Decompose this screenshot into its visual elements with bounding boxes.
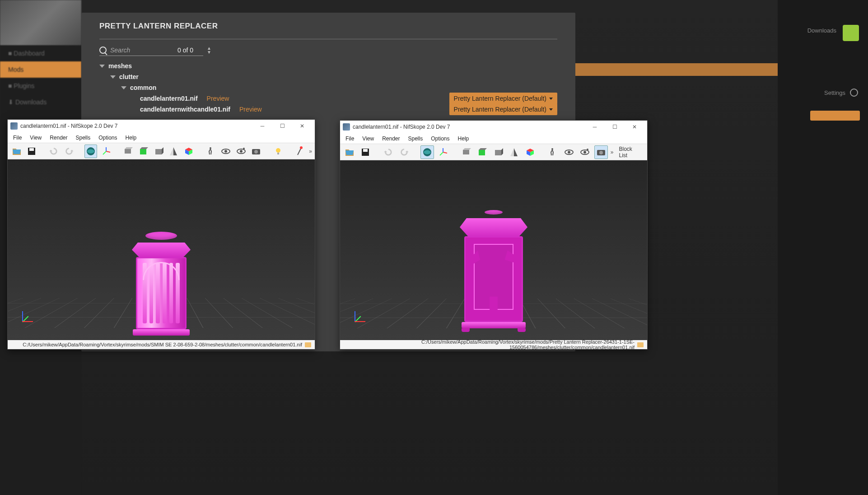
svg-point-21	[240, 150, 243, 153]
maximize-button[interactable]	[605, 121, 625, 133]
search-field[interactable]: 0 of 0 ▲ ▼	[99, 47, 203, 56]
minimize-button[interactable]	[585, 121, 605, 133]
light-icon[interactable]	[272, 145, 285, 158]
preview-link[interactable]: Preview	[239, 106, 262, 113]
menu-file[interactable]: File	[342, 135, 358, 143]
show-nodes-icon[interactable]	[235, 145, 247, 158]
svg-rect-26	[277, 153, 279, 154]
walk-icon[interactable]	[546, 145, 560, 159]
axes-icon[interactable]	[100, 145, 112, 158]
view-top-icon[interactable]	[122, 145, 135, 158]
view-front-icon[interactable]	[137, 145, 149, 158]
view-front-icon[interactable]	[476, 145, 489, 159]
view-side-icon[interactable]	[491, 145, 505, 159]
walk-icon[interactable]	[205, 145, 217, 158]
menu-render[interactable]: Render	[378, 135, 403, 143]
tree-node-meshes[interactable]: meshes	[99, 61, 557, 71]
mod-source-dropdown[interactable]: Pretty Lantern Replacer (Default)	[449, 93, 557, 104]
mod-source-dropdown[interactable]: Pretty Lantern Replacer (Default)	[449, 103, 557, 115]
open-file-icon[interactable]	[10, 145, 23, 158]
svg-point-19	[224, 150, 227, 153]
menu-view[interactable]: View	[359, 135, 378, 143]
svg-marker-11	[162, 147, 163, 154]
animation-icon[interactable]	[294, 145, 307, 158]
menu-view[interactable]: View	[26, 134, 45, 142]
show-hidden-icon[interactable]	[562, 145, 576, 159]
globe-icon[interactable]	[84, 145, 97, 158]
tree-file-row: candlelanternwithcandle01.nif Preview Pr…	[99, 104, 557, 115]
sidebar-item-downloads[interactable]: ⬇ Downloads	[0, 94, 81, 110]
toolbar-overflow[interactable]: »	[611, 149, 614, 155]
sidebar-item-mods[interactable]: Mods	[0, 61, 81, 78]
user-avatar[interactable]	[843, 25, 859, 41]
modal-title: PRETTY LANTERN REPLACER	[99, 22, 557, 31]
view-persp-icon[interactable]	[182, 145, 195, 158]
tree-node-common[interactable]: common	[99, 82, 557, 93]
search-nav[interactable]: ▲ ▼	[207, 47, 211, 54]
svg-point-53	[599, 151, 603, 154]
view-side-icon[interactable]	[152, 145, 165, 158]
preview-link[interactable]: Preview	[207, 95, 229, 102]
globe-icon[interactable]	[420, 145, 434, 159]
folder-icon[interactable]	[305, 342, 311, 347]
nifskope-icon	[343, 123, 350, 131]
close-button[interactable]	[292, 120, 312, 132]
menu-spells[interactable]: Spells	[72, 134, 94, 142]
svg-line-4	[106, 151, 110, 152]
search-input[interactable]	[110, 47, 164, 54]
axis-gizmo	[349, 309, 364, 324]
file-name[interactable]: candlelantern01.nif	[140, 95, 198, 102]
file-name[interactable]: candlelanternwithcandle01.nif	[140, 106, 230, 113]
svg-line-5	[103, 151, 106, 154]
show-hidden-icon[interactable]	[219, 145, 232, 158]
block-list-label[interactable]: Block List	[616, 146, 644, 159]
lantern-model-replacer[interactable]	[460, 210, 527, 332]
maximize-button[interactable]	[272, 120, 292, 132]
menu-options[interactable]: Options	[427, 135, 453, 143]
toggle-icon[interactable]	[99, 65, 105, 68]
view-flip-icon[interactable]	[168, 145, 180, 158]
svg-rect-37	[479, 150, 485, 155]
save-icon[interactable]	[26, 145, 38, 158]
undo-icon[interactable]	[47, 145, 60, 158]
axes-icon[interactable]	[437, 145, 450, 159]
viewport[interactable]	[8, 159, 315, 340]
sidebar-item-dashboard[interactable]: ■ Dashboard	[0, 45, 81, 61]
menu-spells[interactable]: Spells	[405, 135, 427, 143]
open-file-icon[interactable]	[343, 145, 356, 159]
chevron-down-icon[interactable]: ▼	[207, 51, 211, 54]
undo-icon[interactable]	[382, 145, 395, 159]
titlebar[interactable]: candlelantern01.nif - NifSkope 2.0 Dev 7	[8, 120, 315, 132]
folder-icon[interactable]	[637, 342, 644, 347]
svg-point-46	[551, 148, 553, 150]
view-top-icon[interactable]	[459, 145, 473, 159]
nifskope-window-right: candlelantern01.nif - NifSkope 2.0 Dev 7…	[340, 120, 648, 350]
close-button[interactable]	[625, 121, 644, 133]
toolbar-overflow[interactable]: »	[309, 148, 312, 154]
save-icon[interactable]	[359, 145, 373, 159]
toggle-icon[interactable]	[121, 86, 126, 89]
settings-link[interactable]: Settings	[824, 89, 858, 97]
redo-icon[interactable]	[398, 145, 411, 159]
minimize-button[interactable]	[252, 120, 272, 132]
menu-file[interactable]: File	[9, 134, 25, 142]
screenshot-icon[interactable]	[250, 145, 263, 158]
view-flip-icon[interactable]	[508, 145, 521, 159]
show-nodes-icon[interactable]	[579, 145, 592, 159]
view-persp-icon[interactable]	[523, 145, 537, 159]
menu-render[interactable]: Render	[46, 134, 71, 142]
sidebar-item-plugins[interactable]: ■ Plugins	[0, 78, 81, 94]
svg-point-50	[583, 151, 586, 154]
toggle-icon[interactable]	[110, 75, 116, 79]
menu-options[interactable]: Options	[95, 134, 121, 142]
menu-help[interactable]: Help	[122, 134, 140, 142]
titlebar[interactable]: candlelantern01.nif - NifSkope 2.0 Dev 7	[340, 121, 647, 133]
tree-node-clutter[interactable]: clutter	[99, 71, 557, 82]
svg-rect-39	[495, 150, 501, 155]
notification-badge[interactable]	[810, 111, 860, 121]
menu-help[interactable]: Help	[454, 135, 473, 143]
viewport[interactable]	[340, 160, 647, 340]
redo-icon[interactable]	[63, 145, 75, 158]
screenshot-icon[interactable]	[594, 145, 608, 159]
lantern-model-smim[interactable]	[132, 232, 191, 336]
